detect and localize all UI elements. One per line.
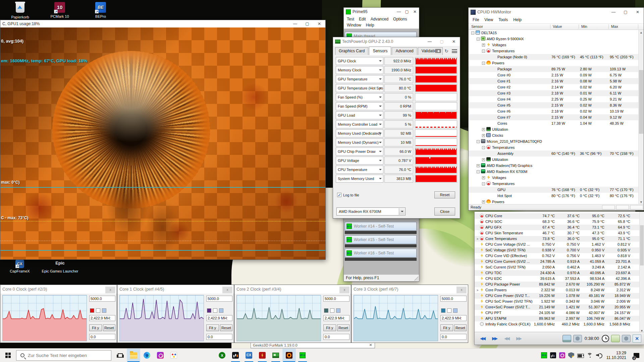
tree-expander[interactable]: -	[482, 182, 485, 185]
sensor-row[interactable]: CPU Core Power (SVI2 T... 19.226 W 1.078…	[475, 293, 639, 299]
gpuz-titlebar[interactable]: TechPowerUp GPU-Z 2.43.0 — ▢ ✕	[333, 37, 460, 46]
desktop-icon-recycle-bin[interactable]: Papierkorb	[5, 2, 36, 19]
y-min-field[interactable]: 0.0	[323, 334, 350, 340]
reset-button[interactable]: Reset	[220, 324, 233, 331]
sensor-name-dropdown[interactable]: GPU Voltage	[336, 157, 383, 165]
close-icon[interactable]: ✕	[448, 37, 460, 46]
sensor-name-dropdown[interactable]: Memory Used (Dynamic)	[336, 138, 383, 146]
current-value-field[interactable]: 2,422.9 MH:	[323, 315, 350, 321]
row-expander[interactable]: >	[477, 288, 480, 293]
column-value[interactable]: Value	[553, 24, 562, 28]
bg-color-swatch[interactable]	[330, 308, 334, 313]
tray-volume-icon[interactable]	[596, 352, 602, 358]
tree-expander[interactable]	[487, 67, 490, 70]
sensor-tree-row[interactable]: -DELTA15	[469, 30, 639, 36]
sensor-row[interactable]: CPU Core 74.7 °C 37.6 °C 95.0 °C 72.5 °C	[475, 213, 639, 219]
sensor-name-dropdown[interactable]: CPU Temperature	[336, 166, 383, 174]
sensor-tree-row[interactable]: +Utilization	[469, 126, 639, 132]
taskbar-furmark[interactable]	[282, 349, 296, 362]
desktop-icon-bepro[interactable]: BE↗ BEPro	[85, 2, 116, 19]
sensor-row[interactable]: >Core Temperatures 73.8 °C 36.0 °C 95.0 …	[475, 236, 639, 242]
close-button[interactable]: Close	[434, 207, 455, 216]
menu-view[interactable]: View	[482, 16, 496, 23]
maximize-icon[interactable]: ▢	[436, 37, 448, 46]
sensor-tree-row[interactable]: -AMD Radeon RX 6700M	[469, 169, 639, 175]
close-icon[interactable]: ✕	[632, 8, 644, 16]
column-min[interactable]: Min	[581, 24, 587, 28]
series-color-swatch[interactable]	[90, 308, 94, 313]
tree-expander[interactable]	[487, 55, 490, 58]
sensor-name-dropdown[interactable]: GPU Clock	[336, 57, 383, 65]
taskbar-edge[interactable]	[140, 349, 154, 362]
tree-expander[interactable]: +	[482, 128, 485, 131]
minimize-icon[interactable]: —	[607, 8, 620, 16]
config-gear-icon[interactable]	[622, 335, 631, 342]
tray-prime95-icon[interactable]: 2ᵖ-1	[541, 352, 547, 358]
y-min-field[interactable]: 0.0	[440, 334, 467, 340]
tree-expander[interactable]	[487, 97, 490, 100]
sensor-row[interactable]: CPU EDC 39.615 A 37.553 A 98.534 A 42.39…	[475, 276, 639, 282]
tree-expander[interactable]: +	[482, 44, 485, 47]
menu-options[interactable]: Options	[391, 16, 409, 22]
sensor-name-dropdown[interactable]: Memory Controller Load	[336, 120, 383, 128]
series-color-swatch[interactable]	[207, 308, 211, 313]
sensor-name-dropdown[interactable]: Fan Speed (RPM)	[336, 102, 383, 110]
menu-help[interactable]: Help	[511, 16, 524, 23]
grid-color-swatch[interactable]	[102, 308, 106, 313]
series-color-swatch[interactable]	[441, 308, 445, 313]
sensor-row[interactable]: CPU Package Power 89.842 W 2.670 W 105.2…	[475, 282, 639, 287]
sensor-row[interactable]: APU GFX 67.4 °C 36.4 °C 73.1 °C 64.9 °C	[475, 225, 639, 230]
tree-expander[interactable]: -	[477, 140, 480, 143]
sensor-row[interactable]: CPU SoC Power (SVI2 TFN) 1.922 W 0.343 W…	[475, 299, 639, 304]
tree-expander[interactable]: -	[477, 170, 480, 173]
start-button[interactable]	[0, 349, 16, 362]
sensor-row[interactable]: CPU Core VID (Effective) 0.762 V 0.756 V…	[475, 253, 639, 259]
screenshot-icon[interactable]	[435, 49, 441, 53]
y-max-field[interactable]: 5000.0	[89, 296, 115, 302]
log-to-file-checkbox[interactable]: ✓ Log to file	[337, 193, 359, 197]
sensor-name-dropdown[interactable]: Memory Clock	[336, 66, 383, 74]
close-panel-button[interactable]: ✕	[633, 335, 641, 343]
desktop-icon-epic-games[interactable]: Epic Epic Games Launcher	[40, 259, 80, 274]
sensor-row[interactable]: CPU Core Voltage (SVI2 ... 0.750 V 0.750…	[475, 242, 639, 247]
sensor-tree-row[interactable]: +Clocks	[469, 132, 639, 138]
sensor-tree-row[interactable]: Package 89.75 W 2.80 W 109.13 W	[469, 66, 639, 72]
sensor-tree-row[interactable]: -Micron_2210_MTFDHBA1T0QFD	[469, 138, 639, 144]
sensor-tree-row[interactable]: Core #7 2.15 W 0.04 W 9.12 W	[469, 114, 639, 120]
settings-gear-icon[interactable]	[573, 335, 582, 342]
notification-center-button[interactable]: 4	[631, 349, 642, 362]
row-expander[interactable]: >	[477, 236, 480, 242]
menu-test[interactable]: Test	[344, 16, 357, 22]
rewind-icon[interactable]: ◀◀	[477, 336, 487, 341]
furmark-titlebar[interactable]: C, GPU1 usage:18% — ▢ ✕	[0, 20, 325, 27]
column-max[interactable]: Max	[611, 24, 618, 28]
taskbar-prime95[interactable]: 2ᵖ-1	[296, 349, 309, 362]
sensor-tree-row[interactable]: -Temperatures	[469, 181, 639, 187]
forward-icon[interactable]: ▶▶	[489, 336, 499, 341]
y-max-field[interactable]: 5000.0	[206, 296, 232, 302]
window-titlebar[interactable]: Core 0 Clock (perf #2/3) x	[0, 285, 117, 294]
current-value-field[interactable]: 2,422.9 MH:	[440, 315, 467, 321]
minimize-icon[interactable]: —	[289, 20, 301, 27]
sensor-tree-row[interactable]: Package (Node 0) 76 °C (169 °F) 45 °C (1…	[469, 54, 639, 60]
sensor-row[interactable]: CPU Core Current (SVI2 ... 24.785 A 0.91…	[475, 259, 639, 264]
tree-expander[interactable]: -	[482, 62, 485, 65]
sensor-tree-row[interactable]: +AMD Radeon(TM) Graphics	[469, 163, 639, 169]
reset-button[interactable]: Reset	[434, 191, 455, 198]
scroll-up-icon[interactable]: ▲	[639, 30, 644, 35]
sensor-name-dropdown[interactable]: GPU Load	[336, 111, 383, 119]
current-value-field[interactable]: 2,422.9 MH:	[89, 315, 115, 321]
hwmonitor-titlebar[interactable]: CPUID HWMonitor — ▢ ✕	[469, 8, 644, 16]
close-icon[interactable]: ✕	[367, 343, 375, 347]
reset-button[interactable]: Reset	[103, 324, 116, 331]
sensor-tree-row[interactable]: -AMD Ryzen 9 5900HX	[469, 36, 639, 42]
sensor-name-dropdown[interactable]: GPU Temperature (Hot Spot)	[336, 84, 383, 92]
prime95-worker-16[interactable]: 2ᵖ-1 Worker #16 - Self-Test	[345, 249, 417, 257]
tree-expander[interactable]	[487, 103, 490, 106]
search-input[interactable]	[27, 353, 104, 358]
taskbar-hwmonitor[interactable]	[256, 349, 269, 362]
window-titlebar[interactable]: Core 3 Clock (perf #6/7) x	[352, 285, 468, 294]
sensor-tree-row[interactable]: Hot Spot 80 °C (176 °F) 0 °C (32 °F) 80 …	[469, 193, 639, 199]
minimize-icon[interactable]: —	[395, 8, 403, 16]
prime95-worker-14[interactable]: 2ᵖ-1 Worker #14 - Self-Test	[345, 222, 417, 231]
